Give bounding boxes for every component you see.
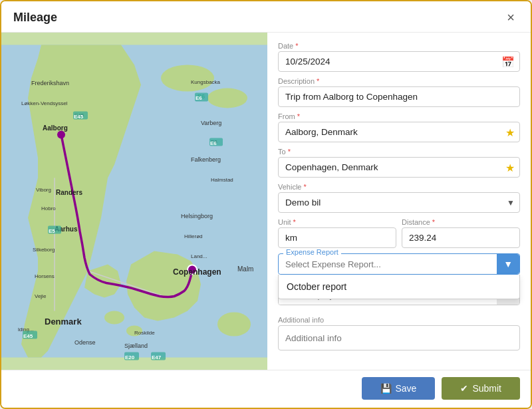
svg-point-5	[161, 65, 214, 92]
from-field-group: From * ★	[278, 112, 520, 142]
unit-input[interactable]	[278, 227, 396, 248]
svg-text:Vejle: Vejle	[35, 293, 47, 299]
svg-text:E5: E5	[49, 228, 55, 234]
to-input[interactable]	[278, 157, 520, 178]
svg-text:Aalborg: Aalborg	[43, 124, 68, 132]
from-label: From *	[278, 112, 520, 120]
date-input-wrapper: 📅	[278, 51, 520, 72]
vehicle-field-group: Vehicle * Demo bil ▼	[278, 183, 520, 213]
svg-text:Viborg: Viborg	[36, 187, 51, 193]
additional-info-input[interactable]	[278, 325, 520, 350]
svg-point-7	[104, 311, 124, 325]
description-label: Description *	[278, 77, 520, 85]
vehicle-select[interactable]: Demo bil	[278, 192, 520, 213]
description-field-group: Description *	[278, 77, 520, 107]
svg-text:Helsingborg: Helsingborg	[181, 213, 213, 219]
svg-text:Odense: Odense	[74, 339, 96, 346]
additional-info-field-group: Additional info	[278, 316, 520, 350]
svg-text:E20: E20	[125, 354, 135, 360]
check-icon: ✔	[460, 383, 468, 394]
unit-field-group: Unit *	[278, 218, 396, 248]
to-field-group: To * ★	[278, 148, 520, 178]
svg-point-6	[207, 88, 247, 108]
svg-text:Sjælland: Sjælland	[124, 342, 148, 349]
modal-header: Mileage ×	[1, 1, 531, 33]
svg-point-4	[217, 313, 251, 337]
expense-report-field-group: Expense Report ▼ October report	[278, 253, 520, 275]
save-icon: 💾	[380, 383, 392, 394]
date-input[interactable]	[278, 51, 520, 72]
svg-text:Roskilde: Roskilde	[134, 330, 155, 336]
svg-text:E6: E6	[196, 95, 202, 101]
date-label: Date *	[278, 42, 520, 50]
modal-title: Mileage	[13, 11, 57, 25]
to-input-wrapper: ★	[278, 157, 520, 178]
svg-text:E6: E6	[210, 140, 217, 146]
svg-text:Kungsbacka: Kungsbacka	[191, 79, 221, 85]
svg-text:Silkeborg: Silkeborg	[33, 247, 55, 253]
from-input-wrapper: ★	[278, 122, 520, 142]
svg-text:Varberg: Varberg	[201, 120, 221, 126]
save-label: Save	[396, 383, 417, 394]
mileage-modal: Mileage ×	[0, 0, 532, 409]
svg-text:E47: E47	[152, 354, 162, 360]
svg-text:Hillerød: Hillerød	[184, 233, 203, 239]
unit-distance-row: Unit * Distance *	[278, 218, 520, 248]
distance-field-group: Distance *	[402, 218, 520, 248]
submit-button[interactable]: ✔ Submit	[442, 377, 520, 400]
svg-text:E45: E45	[74, 114, 84, 120]
vehicle-label: Vehicle *	[278, 183, 520, 191]
svg-text:Malm: Malm	[237, 265, 253, 273]
modal-footer: 💾 Save ✔ Submit	[1, 370, 531, 408]
svg-text:Hobro: Hobro	[41, 205, 56, 211]
form-panel: Date * 📅 Description * From *	[267, 33, 531, 370]
vehicle-select-wrapper: Demo bil ▼	[278, 192, 520, 213]
map-svg: Frederikshavn Løkken-Vendsyssel Aalborg …	[1, 33, 267, 370]
svg-text:Frederikshavn: Frederikshavn	[31, 80, 69, 86]
unit-label: Unit *	[278, 218, 396, 226]
expense-report-dropdown: October report	[278, 275, 520, 299]
svg-text:Copenhagen: Copenhagen	[173, 267, 221, 277]
distance-input[interactable]	[402, 227, 520, 248]
svg-text:Horsens: Horsens	[35, 273, 55, 279]
submit-label: Submit	[472, 383, 501, 394]
modal-body: Frederikshavn Løkken-Vendsyssel Aalborg …	[1, 33, 531, 370]
svg-text:E45: E45	[23, 333, 33, 339]
distance-label: Distance *	[402, 218, 520, 226]
svg-point-11	[57, 131, 65, 139]
svg-text:Denmark: Denmark	[45, 317, 82, 327]
save-button[interactable]: 💾 Save	[362, 377, 436, 400]
from-input[interactable]	[278, 122, 520, 142]
description-input[interactable]	[278, 86, 520, 107]
close-button[interactable]: ×	[503, 9, 519, 25]
expense-report-dropdown-btn[interactable]: ▼	[497, 254, 519, 274]
svg-text:Falkenberg: Falkenberg	[191, 156, 221, 163]
svg-text:Halmstad: Halmstad	[211, 177, 233, 183]
date-field-group: Date * 📅	[278, 42, 520, 72]
svg-text:Land...: Land...	[191, 253, 207, 259]
expense-report-input[interactable]	[279, 255, 497, 274]
expense-select-row: ▼	[278, 253, 520, 275]
additional-info-label: Additional info	[278, 316, 520, 324]
svg-text:Løkken-Vendsyssel: Løkken-Vendsyssel	[21, 100, 68, 106]
dropdown-october-report[interactable]: October report	[279, 275, 519, 299]
map-panel: Frederikshavn Løkken-Vendsyssel Aalborg …	[1, 33, 267, 370]
expense-report-float-label: Expense Report	[283, 248, 341, 256]
svg-text:Randers: Randers	[56, 189, 82, 196]
to-label: To *	[278, 148, 520, 156]
